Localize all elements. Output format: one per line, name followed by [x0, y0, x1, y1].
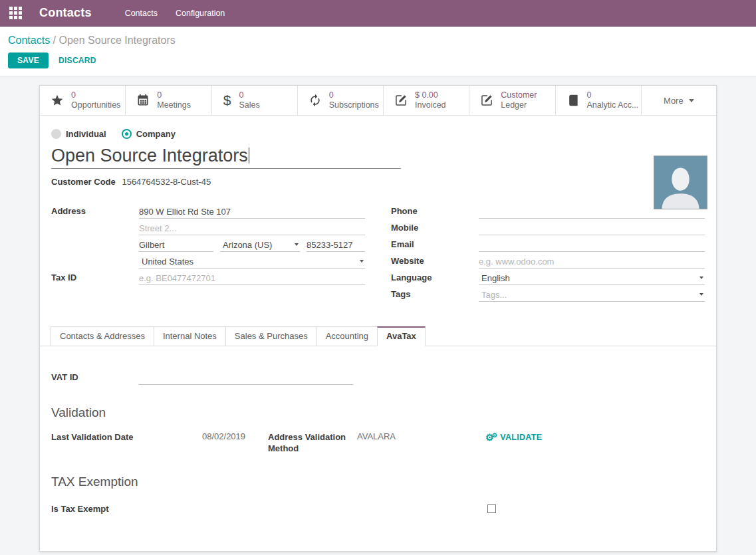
- validate-button[interactable]: ⚙⚙ VALIDATE: [485, 433, 542, 443]
- stat-label: Invoiced: [415, 100, 446, 110]
- vat-id-row: VAT ID: [51, 370, 705, 385]
- stat-button-customer-ledger[interactable]: Customer Ledger: [469, 86, 555, 115]
- is-tax-exempt-label: Is Tax Exempt: [51, 504, 108, 514]
- stat-button-opportunities[interactable]: 0 Opportunities: [40, 86, 126, 115]
- stat-value: $ 0.00: [415, 90, 446, 100]
- tab-contacts-addresses[interactable]: Contacts & Addresses: [51, 326, 154, 346]
- top-navbar: Contacts Contacts Configuration: [0, 0, 756, 27]
- more-button[interactable]: More: [642, 86, 716, 115]
- address-validation-method-value: AVALARA: [357, 431, 396, 441]
- zip-input[interactable]: [307, 237, 365, 252]
- stat-value: 0: [329, 90, 379, 100]
- save-button[interactable]: SAVE: [8, 53, 49, 68]
- tags-label: Tags: [391, 287, 479, 299]
- company-name-input[interactable]: Open Source Integrators: [51, 145, 401, 169]
- radio-individual[interactable]: Individual: [51, 129, 106, 139]
- form-body: Individual Company Open Source Integrato…: [40, 116, 716, 304]
- avatax-tab-content: VAT ID Validation Last Validation Date 0…: [40, 370, 716, 514]
- edit-icon: [394, 94, 408, 107]
- top-menu: Contacts Configuration: [125, 9, 225, 18]
- book-icon: [567, 94, 580, 107]
- email-label: Email: [391, 237, 479, 249]
- tax-exempt-row: Is Tax Exempt: [51, 504, 705, 514]
- mobile-label: Mobile: [391, 221, 479, 233]
- tax-id-label: Tax ID: [51, 271, 139, 282]
- customer-code-label: Customer Code: [51, 177, 116, 187]
- breadcrumb-separator: /: [53, 35, 56, 46]
- stat-label: Analytic Acc...: [587, 100, 639, 110]
- mobile-input[interactable]: [479, 221, 705, 235]
- dollar-icon: $: [223, 94, 232, 107]
- breadcrumb-parent-link[interactable]: Contacts: [8, 35, 50, 46]
- contact-fields-group: Address: [51, 204, 705, 304]
- stat-label: Subscriptions: [329, 100, 379, 110]
- is-tax-exempt-checkbox[interactable]: [487, 504, 496, 513]
- customer-code-row: Customer Code 1564764532-8-Cust-45: [51, 177, 705, 187]
- street-input[interactable]: [139, 204, 365, 219]
- stat-button-meetings[interactable]: 0 Meetings: [126, 86, 211, 115]
- street2-input[interactable]: [139, 221, 365, 235]
- menu-item-configuration[interactable]: Configuration: [176, 9, 225, 18]
- chevron-down-icon: [360, 260, 364, 263]
- validation-section-title: Validation: [51, 405, 705, 420]
- right-field-column: Phone Mobile Email Website: [391, 204, 705, 304]
- stat-button-sales[interactable]: $ 0 Sales: [212, 86, 298, 115]
- language-label: Language: [391, 271, 479, 282]
- radio-icon: [51, 129, 61, 139]
- edit-icon: [480, 94, 493, 107]
- tab-accounting[interactable]: Accounting: [316, 326, 378, 346]
- menu-item-contacts[interactable]: Contacts: [125, 9, 158, 18]
- tab-avatax[interactable]: AvaTax: [377, 326, 426, 346]
- chevron-down-icon: [699, 293, 703, 296]
- email-input[interactable]: [479, 237, 705, 252]
- vat-id-label: VAT ID: [51, 370, 139, 382]
- page-background: 0 Opportunities 0 Meetings $ 0 Sales: [0, 76, 756, 552]
- tab-sales-purchases[interactable]: Sales & Purchases: [225, 326, 317, 346]
- company-avatar[interactable]: [654, 156, 707, 209]
- notebook-tabbar: Contacts & Addresses Internal Notes Sale…: [40, 326, 716, 346]
- star-icon: [51, 94, 64, 107]
- stat-button-invoiced[interactable]: $ 0.00 Invoiced: [384, 86, 469, 115]
- phone-label: Phone: [391, 204, 479, 216]
- stat-value: 0: [71, 90, 120, 100]
- app-title[interactable]: Contacts: [39, 6, 92, 20]
- stat-button-subscriptions[interactable]: 0 Subscriptions: [298, 86, 384, 115]
- form-sheet: 0 Opportunities 0 Meetings $ 0 Sales: [39, 85, 717, 552]
- last-validation-date-value: 08/02/2019: [202, 431, 245, 441]
- control-panel-buttons: SAVE DISCARD: [8, 53, 748, 68]
- radio-company[interactable]: Company: [122, 129, 176, 139]
- stat-value: Customer: [501, 90, 537, 100]
- sync-icon: [309, 94, 322, 107]
- tax-id-input[interactable]: [139, 271, 365, 285]
- tags-select[interactable]: Tags...: [479, 287, 705, 302]
- breadcrumb-current: Open Source Integrators: [59, 35, 176, 46]
- city-input[interactable]: [139, 237, 213, 252]
- website-input[interactable]: [479, 254, 705, 269]
- tab-internal-notes[interactable]: Internal Notes: [154, 326, 226, 346]
- address-validation-method-label: Address Validation Method: [268, 431, 357, 454]
- last-validation-date-label: Last Validation Date: [51, 431, 202, 443]
- apps-menu-icon[interactable]: [9, 7, 22, 19]
- chevron-down-icon: [689, 99, 694, 102]
- tax-exemption-section-title: TAX Exemption: [51, 475, 705, 489]
- validation-fields-row: Last Validation Date 08/02/2019 Address …: [51, 431, 705, 454]
- country-select[interactable]: United States: [139, 254, 365, 269]
- company-name-text: Open Source Integrators: [51, 146, 248, 166]
- stat-label: Sales: [239, 100, 260, 110]
- stat-label: Ledger: [501, 100, 537, 110]
- language-select[interactable]: English: [479, 271, 705, 285]
- cogs-icon: ⚙⚙: [485, 433, 499, 443]
- website-label: Website: [391, 254, 479, 266]
- stat-label: Opportunities: [71, 100, 120, 110]
- state-select[interactable]: Arizona (US): [220, 237, 300, 252]
- calendar-icon: [136, 94, 150, 107]
- left-field-column: Address: [51, 204, 365, 287]
- address-label: Address: [51, 204, 139, 216]
- more-button-label: More: [664, 96, 684, 106]
- stat-value: 0: [239, 90, 260, 100]
- chevron-down-icon: [295, 243, 299, 246]
- discard-button[interactable]: DISCARD: [59, 56, 96, 65]
- stat-button-analytic-accounts[interactable]: 0 Analytic Acc...: [556, 86, 642, 115]
- vat-id-input[interactable]: [139, 370, 353, 385]
- radio-icon-selected: [122, 129, 132, 139]
